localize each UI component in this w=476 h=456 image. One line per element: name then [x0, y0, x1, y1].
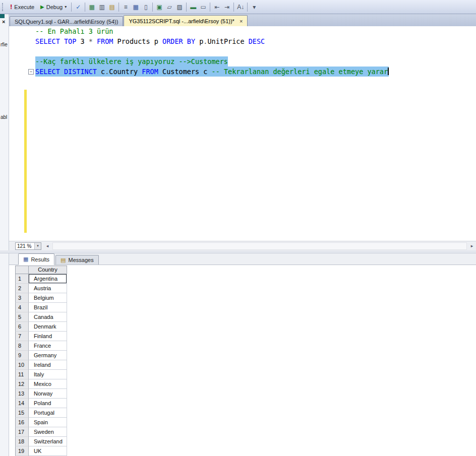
results-tabbar: ▦Results▤Messages — [9, 253, 476, 265]
toolbar-separator — [152, 3, 153, 12]
grid-cell[interactable]: Norway — [29, 389, 67, 399]
grid-cell[interactable]: Poland — [29, 399, 67, 408]
toolbar-separator — [210, 3, 210, 12]
row-header[interactable]: 6 — [15, 322, 29, 332]
grid-cell[interactable]: Ireland — [29, 360, 67, 370]
scroll-left-icon[interactable]: ◂ — [43, 243, 51, 248]
table-row: 5Canada — [15, 312, 67, 322]
toolbar-overflow-icon[interactable]: ▾ — [249, 2, 259, 12]
debug-button[interactable]: ▶ Debug ▾ — [37, 3, 70, 11]
row-header[interactable]: 1 — [15, 274, 29, 284]
code-lines: -- En Pahalı 3 ürünSELECT TOP 3 * FROM P… — [35, 26, 389, 77]
table-row: 9Germany — [15, 351, 67, 360]
row-header[interactable]: 18 — [15, 437, 29, 446]
row-header[interactable]: 13 — [15, 389, 29, 399]
row-header[interactable]: 14 — [15, 399, 29, 408]
row-header[interactable]: 4 — [15, 303, 29, 312]
decrease-indent-icon[interactable]: ⇤ — [212, 2, 222, 12]
grid-cell[interactable]: Argentina — [29, 274, 67, 284]
row-header[interactable]: 19 — [15, 446, 29, 456]
table-row: 1Argentina — [15, 274, 67, 284]
code-token: c — [97, 68, 105, 76]
row-header[interactable]: 3 — [15, 293, 29, 303]
code-token: -- Tekrarlanan değerleri egale etmeye ya… — [212, 68, 388, 76]
table-row: 2Austria — [15, 284, 67, 293]
execute-button[interactable]: ! Execute — [7, 2, 37, 12]
panel-close-icon[interactable]: × — [2, 19, 5, 25]
grid-corner-cell[interactable] — [15, 266, 29, 274]
query-designer-icon[interactable]: ▥ — [97, 2, 107, 12]
row-header[interactable]: 16 — [15, 418, 29, 427]
table-row: 13Norway — [15, 389, 67, 399]
row-header[interactable]: 17 — [15, 427, 29, 437]
grid-cell[interactable]: Italy — [29, 370, 67, 379]
toolbar-separator — [85, 3, 85, 12]
row-header[interactable]: 15 — [15, 408, 29, 418]
results-to-file-icon[interactable]: ▯ — [141, 2, 151, 12]
row-header[interactable]: 10 — [15, 360, 29, 370]
toolbar-grip[interactable] — [2, 3, 5, 11]
client-statistics-icon[interactable]: ▱ — [164, 2, 174, 12]
tab-document[interactable]: SQLQuery1.sql - GAR...arfield\Ersoy (54)… — [10, 16, 123, 26]
track-changes-bar — [24, 90, 27, 233]
row-header[interactable]: 12 — [15, 379, 29, 389]
grid-cell[interactable]: Austria — [29, 284, 67, 293]
sqlcmd-mode-icon[interactable]: ▨ — [174, 2, 185, 12]
document-tabbar: SQLQuery1.sql - GAR...arfield\Ersoy (54)… — [0, 14, 476, 26]
fold-collapse-icon[interactable]: − — [28, 69, 34, 75]
tab-close-icon[interactable]: × — [240, 18, 243, 24]
table-row: 7Finland — [15, 332, 67, 341]
scroll-right-icon[interactable]: ▸ — [468, 243, 476, 248]
code-token: -- En Pahalı 3 ürün — [35, 27, 113, 35]
zoom-dropdown-icon[interactable]: ▾ — [34, 243, 41, 249]
estimated-plan-icon[interactable]: ▦ — [87, 2, 97, 12]
grid-cell[interactable]: Denmark — [29, 322, 67, 332]
horizontal-scrollbar[interactable]: ◂ ▸ — [43, 241, 476, 250]
grid-cell[interactable]: France — [29, 341, 67, 351]
template-notebook-icon[interactable]: ▤ — [107, 2, 117, 12]
results-to-text-icon[interactable]: ≡ — [121, 2, 131, 12]
sql-editor[interactable]: − -- En Pahalı 3 ürünSELECT TOP 3 * FROM… — [9, 26, 476, 241]
debug-dropdown-icon[interactable]: ▾ — [65, 5, 67, 9]
row-header[interactable]: 7 — [15, 332, 29, 341]
table-row: 3Belgium — [15, 293, 67, 303]
collapsed-left-panel[interactable]: × rfie abl — [0, 14, 9, 456]
zoom-value: 121 % — [16, 243, 34, 249]
grid-cell[interactable]: Sweden — [29, 427, 67, 437]
scroll-track[interactable] — [52, 242, 467, 250]
grid-cell[interactable]: Spain — [29, 418, 67, 427]
table-row: 10Ireland — [15, 360, 67, 370]
grid-cell[interactable]: Canada — [29, 312, 67, 322]
code-token: ORDER BY — [162, 37, 195, 45]
grid-cell[interactable]: Portugal — [29, 408, 67, 418]
tab-label: Messages — [69, 257, 94, 263]
row-header[interactable]: 5 — [15, 312, 29, 322]
tab-messages[interactable]: ▤Messages — [55, 255, 99, 265]
tab-active-document[interactable]: YG35112SCRIPT.sql -...arfield\Ersoy (51)… — [124, 15, 248, 26]
grid-cell[interactable]: Germany — [29, 351, 67, 360]
grid-cell[interactable]: UK — [29, 446, 67, 456]
uncomment-lines-icon[interactable]: ▭ — [198, 2, 208, 12]
grid-cell[interactable]: Belgium — [29, 293, 67, 303]
grid-cell[interactable]: Mexico — [29, 379, 67, 389]
grid-cell[interactable]: Brazil — [29, 303, 67, 312]
grid-cell[interactable]: Switzerland — [29, 437, 67, 446]
execute-icon: ! — [10, 3, 12, 11]
column-header-country[interactable]: Country — [29, 266, 67, 274]
row-header[interactable]: 8 — [15, 341, 29, 351]
results-to-grid-icon[interactable]: ▦ — [131, 2, 141, 12]
grid-body: 1Argentina2Austria3Belgium4Brazil5Canada… — [15, 274, 67, 456]
row-header[interactable]: 2 — [15, 284, 29, 293]
actual-plan-icon[interactable]: ▣ — [154, 2, 164, 12]
row-header[interactable]: 11 — [15, 370, 29, 379]
zoom-combo[interactable]: 121 % ▾ — [15, 242, 41, 250]
row-header[interactable]: 9 — [15, 351, 29, 360]
comment-lines-icon[interactable]: ▬ — [188, 2, 198, 12]
sort-az-icon[interactable]: A↓ — [235, 2, 246, 12]
parse-check-icon[interactable]: ✓ — [73, 2, 83, 12]
tab-results[interactable]: ▦Results — [18, 253, 54, 265]
increase-indent-icon[interactable]: ⇥ — [222, 2, 232, 12]
code-token: Country — [109, 68, 142, 76]
grid-cell[interactable]: Finland — [29, 332, 67, 341]
code-line-text: --Kaç farklı ülkelere iş yapıyoruz -->Cu… — [35, 56, 228, 67]
